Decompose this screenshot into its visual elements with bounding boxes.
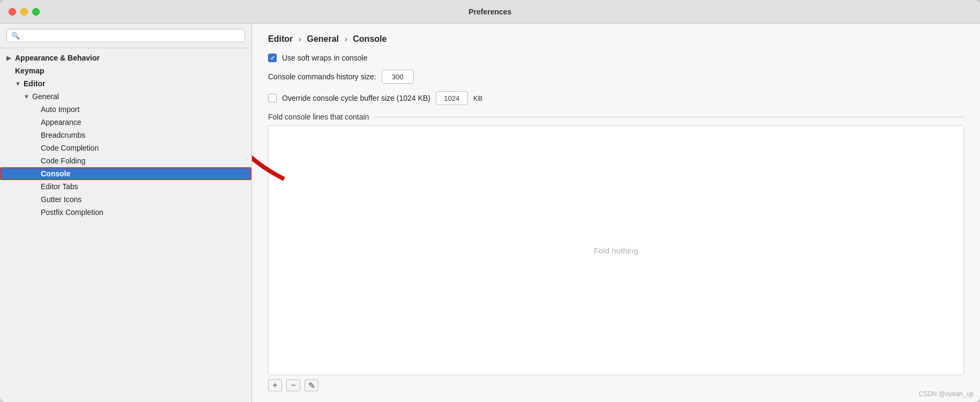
breadcrumb-part2: General [307,34,339,43]
arrow-icon: ▶ [6,55,15,62]
search-input-wrap[interactable]: 🔍 [6,29,245,42]
sidebar-item-gutter-icons[interactable]: Gutter Icons [0,193,251,206]
override-buffer-unit: KB [473,94,482,102]
titlebar: Preferences [0,0,980,24]
sidebar-item-label: General [32,92,59,101]
breadcrumb: Editor › General › Console [268,34,964,44]
minimize-button[interactable] [20,8,28,16]
sidebar-item-label: Breadcrumbs [41,131,85,139]
sidebar-item-label: Editor Tabs [41,182,78,191]
sidebar-item-breadcrumbs[interactable]: Breadcrumbs [0,129,251,142]
remove-fold-button[interactable]: − [286,379,300,391]
sidebar: 🔍 ▶ Appearance & Behavior Keymap ▼ [0,24,252,402]
sidebar-tree: ▶ Appearance & Behavior Keymap ▼ Editor … [0,48,251,402]
sidebar-item-label: Auto Import [41,105,79,114]
fold-nothing-text: Fold nothing [594,246,639,255]
edit-icon: ✎ [308,381,315,391]
window-title: Preferences [469,8,511,16]
sidebar-item-postfix-completion[interactable]: Postfix Completion [0,206,251,219]
fold-toolbar: + − ✎ [268,379,964,391]
use-soft-wraps-row: Use soft wraps in console [268,54,964,62]
breadcrumb-part1: Editor [268,34,293,43]
sidebar-item-code-completion[interactable]: Code Completion [0,142,251,154]
override-buffer-checkbox[interactable] [268,94,277,102]
breadcrumb-part3: Console [353,34,387,43]
search-bar: 🔍 [0,24,251,48]
window-controls [9,8,40,16]
use-soft-wraps-checkbox[interactable] [268,54,277,62]
sidebar-item-appearance-behavior[interactable]: ▶ Appearance & Behavior [0,51,251,64]
history-size-input[interactable] [382,70,414,84]
sidebar-item-code-folding[interactable]: Code Folding [0,154,251,167]
main-content: Editor › General › Console Use soft wrap… [252,24,980,402]
content-area: 🔍 ▶ Appearance & Behavior Keymap ▼ [0,24,980,402]
close-button[interactable] [9,8,16,16]
remove-icon: − [291,381,295,390]
maximize-button[interactable] [32,8,40,16]
preferences-window: Preferences 🔍 ▶ Appearance & Behavior [0,0,980,402]
sidebar-item-label: Postfix Completion [41,208,103,217]
breadcrumb-sep2: › [345,34,347,43]
sidebar-item-label: Code Folding [41,157,85,165]
fold-section-title: Fold console lines that contain [268,113,369,121]
sidebar-item-label: Code Completion [41,144,99,152]
sidebar-item-label: Appearance [41,118,81,126]
sidebar-item-general[interactable]: ▼ General [0,90,251,103]
sidebar-item-auto-import[interactable]: Auto Import [0,103,251,116]
sidebar-item-label: Appearance & Behavior [15,54,100,62]
override-buffer-row: Override console cycle buffer size (1024… [268,91,964,105]
override-buffer-label: Override console cycle buffer size (1024… [282,94,430,102]
sidebar-item-keymap[interactable]: Keymap [0,64,251,77]
arrow-icon: ▼ [24,93,32,100]
arrow-icon: ▼ [15,80,24,87]
edit-fold-button[interactable]: ✎ [305,379,318,391]
sidebar-item-label: Keymap [15,66,44,75]
breadcrumb-sep1: › [299,34,301,43]
sidebar-item-label: Console [41,169,70,178]
history-size-label: Console commands history size: [268,72,376,81]
sidebar-item-console[interactable]: Console [0,167,251,180]
sidebar-item-editor[interactable]: ▼ Editor [0,77,251,90]
sidebar-item-label: Gutter Icons [41,195,81,204]
history-size-row: Console commands history size: [268,70,964,84]
use-soft-wraps-label: Use soft wraps in console [282,54,368,62]
watermark: CSDN @oyeah_up [919,390,974,398]
search-input[interactable] [23,32,240,40]
sidebar-item-label: Editor [24,79,45,88]
add-icon: + [272,381,277,390]
sidebar-item-editor-tabs[interactable]: Editor Tabs [0,180,251,193]
search-icon: 🔍 [11,32,20,40]
fold-section-label: Fold console lines that contain [268,113,964,121]
fold-list-area: Fold nothing [268,125,964,375]
override-buffer-input[interactable] [436,91,468,105]
sidebar-item-appearance[interactable]: Appearance [0,116,251,129]
add-fold-button[interactable]: + [268,379,282,391]
